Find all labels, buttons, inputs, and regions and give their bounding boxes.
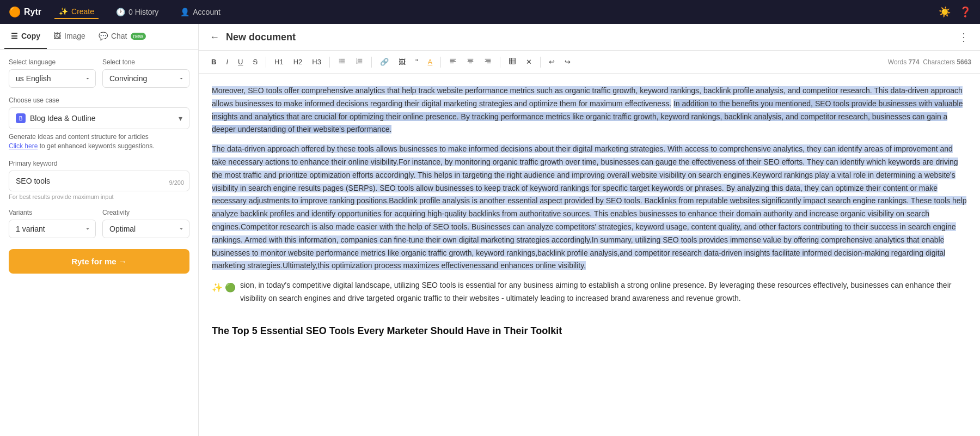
tab-chat[interactable]: 💬 Chat new: [92, 24, 152, 49]
doc-header: ← New document ⋮: [199, 24, 980, 51]
para-selected-2: The data-driven approach offered by thes…: [212, 143, 967, 272]
ai-para: sion, in today's competitive digital lan…: [240, 279, 967, 305]
svg-rect-21: [486, 60, 491, 60]
logo-text: Rytr: [24, 7, 41, 17]
use-case-select[interactable]: B Blog Idea & Outline ▾: [9, 107, 189, 129]
toolbar-h3[interactable]: H3: [308, 56, 325, 68]
svg-rect-13: [450, 60, 455, 60]
top-nav: 🟠 Rytr ✨ Create 🕐 0 History 👤 Account ☀️…: [0, 0, 980, 24]
toolbar-image[interactable]: 🖼: [395, 56, 409, 68]
svg-rect-18: [468, 62, 474, 62]
help-icon[interactable]: ❓: [959, 6, 971, 18]
keyword-input[interactable]: [9, 171, 189, 191]
creativity-col: Creativity Optimal: [102, 209, 189, 238]
back-button[interactable]: ←: [210, 32, 219, 43]
variants-col: Variants 1 variant: [9, 209, 96, 238]
toolbar-link[interactable]: 🔗: [376, 56, 393, 68]
toolbar-bold[interactable]: B: [207, 56, 220, 68]
toolbar-undo[interactable]: ↩: [545, 56, 559, 68]
toolbar-align-center[interactable]: [463, 55, 478, 69]
language-select[interactable]: us English: [9, 69, 96, 88]
chat-icon: 💬: [99, 32, 108, 40]
selected-text-2: The data-driven approach offered by thes…: [212, 144, 966, 270]
account-icon: 👤: [180, 8, 189, 16]
toolbar-strikethrough[interactable]: S: [249, 56, 261, 68]
spark-icon: ✨: [212, 280, 223, 295]
use-case-icon: B: [16, 113, 26, 123]
toolbar-italic[interactable]: I: [222, 56, 232, 68]
image-icon: 🖼: [53, 32, 61, 40]
logo-icon: 🟠: [9, 6, 21, 18]
toolbar-ordered-list[interactable]: 123: [352, 55, 367, 69]
toolbar-sep-1: [266, 57, 266, 68]
svg-rect-0: [339, 59, 340, 59]
svg-rect-7: [358, 59, 363, 59]
sidebar: ☰ Copy 🖼 Image 💬 Chat new Select languag…: [0, 24, 199, 436]
toolbar-h2[interactable]: H2: [290, 56, 307, 68]
tab-copy[interactable]: ☰ Copy: [4, 24, 47, 49]
svg-rect-20: [485, 59, 491, 59]
keyword-input-wrapper: 9/200: [9, 171, 189, 191]
tone-select[interactable]: Convincing: [102, 69, 189, 88]
logo: 🟠 Rytr: [9, 6, 41, 18]
word-count: Words 774 Characters 5663: [888, 58, 971, 66]
tab-image-label: Image: [64, 32, 85, 40]
theme-toggle-icon[interactable]: ☀️: [939, 6, 951, 18]
toolbar-quote[interactable]: ": [412, 56, 422, 68]
toolbar-align-left[interactable]: [445, 55, 461, 69]
ai-generated-row: ✨ 🟢 sion, in today's competitive digital…: [212, 279, 967, 312]
svg-rect-3: [340, 60, 345, 61]
svg-rect-1: [340, 59, 345, 59]
svg-rect-12: [450, 59, 456, 59]
enhanced-keywords-link[interactable]: Click here: [9, 142, 38, 150]
nav-history-label: 0 History: [128, 8, 158, 16]
svg-rect-2: [339, 60, 340, 61]
nav-account[interactable]: 👤 Account: [176, 5, 225, 19]
tab-image[interactable]: 🖼 Image: [47, 24, 92, 49]
svg-rect-14: [450, 62, 456, 62]
creativity-select[interactable]: Optimal: [102, 220, 189, 238]
language-field-col: Select language us English: [9, 58, 96, 88]
section-heading-1: The Top 5 Essential SEO Tools Every Mark…: [212, 323, 967, 340]
nav-create[interactable]: ✨ Create: [54, 5, 99, 19]
variants-label: Variants: [9, 209, 96, 216]
tone-label: Select tone: [102, 58, 189, 66]
doc-menu-button[interactable]: ⋮: [958, 31, 969, 44]
green-circle-icon: 🟢: [225, 280, 236, 295]
toolbar-sep-5: [500, 57, 500, 68]
toolbar-sep-3: [371, 57, 372, 68]
toolbar-align-right[interactable]: [480, 55, 495, 69]
sidebar-content: Select language us English Select tone C…: [0, 50, 198, 436]
variants-select[interactable]: 1 variant: [9, 220, 96, 238]
svg-rect-24: [510, 58, 516, 64]
toolbar-h1[interactable]: H1: [271, 56, 287, 68]
language-label: Select language: [9, 58, 96, 66]
nav-history[interactable]: 🕐 0 History: [112, 5, 163, 19]
use-case-label: Choose use case: [9, 96, 189, 104]
toolbar: B I U S H1 H2 H3 123 🔗 🖼 " A: [199, 51, 980, 74]
creativity-label: Creativity: [102, 209, 189, 216]
svg-rect-23: [487, 63, 491, 63]
sidebar-tabs: ☰ Copy 🖼 Image 💬 Chat new: [0, 24, 198, 50]
copy-icon: ☰: [11, 32, 18, 40]
toolbar-bullet-list[interactable]: [334, 55, 350, 69]
svg-rect-22: [485, 62, 491, 62]
keyword-section: Primary keyword 9/200 For best results p…: [9, 160, 189, 200]
toolbar-clear[interactable]: ✕: [522, 56, 536, 68]
toolbar-sep-4: [440, 57, 441, 68]
toolbar-underline[interactable]: U: [234, 56, 247, 68]
svg-text:3: 3: [356, 62, 358, 64]
toolbar-redo[interactable]: ↪: [561, 56, 574, 68]
svg-rect-19: [469, 63, 472, 63]
svg-rect-17: [468, 60, 473, 60]
svg-rect-11: [358, 63, 363, 63]
history-icon: 🕐: [116, 8, 125, 16]
nav-right-icons: ☀️ ❓: [939, 6, 971, 18]
toolbar-highlight[interactable]: A: [424, 56, 437, 68]
ryte-button[interactable]: Ryte for me →: [9, 249, 189, 274]
toolbar-table[interactable]: [505, 55, 520, 69]
tone-field-col: Select tone Convincing: [102, 58, 189, 88]
language-tone-row: Select language us English Select tone C…: [9, 58, 189, 88]
variants-creativity-row: Variants 1 variant Creativity Optimal: [9, 209, 189, 238]
editor-area[interactable]: Moreover, SEO tools offer comprehensive …: [199, 74, 980, 436]
